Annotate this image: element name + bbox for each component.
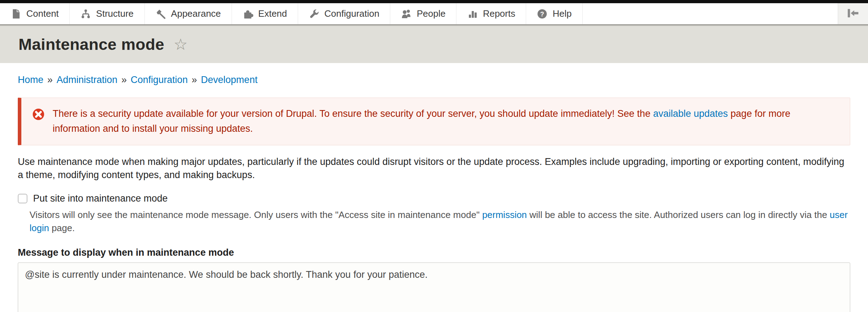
error-message-text: There is a security update available for… bbox=[53, 106, 839, 136]
page-title: Maintenance mode bbox=[18, 35, 164, 54]
toolbar-item-label: Structure bbox=[96, 8, 134, 19]
toolbar-items: ContentStructureAppearanceExtendConfigur… bbox=[0, 3, 583, 24]
maintenance-message-textarea[interactable]: @site is currently under maintenance. We… bbox=[18, 262, 850, 312]
toolbar-collapse-icon bbox=[846, 7, 860, 20]
sitemap-icon bbox=[80, 9, 91, 19]
file-icon bbox=[11, 9, 21, 19]
toolbar-item-label: Configuration bbox=[324, 8, 380, 19]
toolbar-item-label: Content bbox=[26, 8, 59, 19]
maintenance-mode-checkbox-row: Put site into maintenance mode bbox=[18, 193, 850, 204]
maintenance-mode-checkbox[interactable] bbox=[18, 194, 27, 203]
message-field-label: Message to display when in maintenance m… bbox=[18, 247, 850, 258]
breadcrumb-link-configuration[interactable]: Configuration bbox=[131, 74, 188, 85]
error-circle-x-icon bbox=[32, 108, 45, 136]
toolbar-item-content[interactable]: Content bbox=[0, 3, 70, 24]
top-black-bar bbox=[0, 0, 868, 3]
breadcrumb-link-development[interactable]: Development bbox=[201, 74, 258, 85]
breadcrumb-separator: » bbox=[121, 74, 127, 85]
paintbrush-icon bbox=[155, 9, 166, 19]
help-icon: ? bbox=[537, 9, 547, 19]
bar-chart-icon bbox=[467, 9, 478, 19]
people-icon bbox=[401, 9, 412, 19]
permission-link[interactable]: permission bbox=[482, 209, 527, 220]
description-part-3: page. bbox=[49, 223, 75, 233]
description-part-1: Visitors will only see the maintenance m… bbox=[30, 209, 482, 220]
page-header: Maintenance mode ☆ bbox=[0, 26, 868, 63]
breadcrumb-separator: » bbox=[192, 74, 197, 85]
wrench-icon bbox=[309, 9, 319, 19]
maintenance-mode-description: Visitors will only see the maintenance m… bbox=[18, 208, 850, 234]
toolbar-item-people[interactable]: People bbox=[390, 3, 456, 24]
error-message-box: There is a security update available for… bbox=[18, 98, 850, 145]
puzzle-icon bbox=[243, 9, 253, 19]
intro-text: Use maintenance mode when making major u… bbox=[18, 155, 850, 182]
toolbar-item-label: Help bbox=[552, 8, 571, 19]
toolbar-item-help[interactable]: ?Help bbox=[526, 3, 582, 24]
svg-text:?: ? bbox=[540, 10, 544, 17]
toolbar-item-label: Extend bbox=[258, 8, 287, 19]
available-updates-link[interactable]: available updates bbox=[653, 108, 728, 119]
toolbar-item-extend[interactable]: Extend bbox=[232, 3, 298, 24]
toolbar-item-appearance[interactable]: Appearance bbox=[145, 3, 232, 24]
toolbar-item-label: Appearance bbox=[171, 8, 221, 19]
main-content: Home»Administration»Configuration»Develo… bbox=[0, 74, 868, 312]
breadcrumb-separator: » bbox=[47, 74, 53, 85]
toolbar-item-label: People bbox=[417, 8, 445, 19]
toolbar-item-label: Reports bbox=[483, 8, 515, 19]
description-part-2: will be able to access the site. Authori… bbox=[527, 209, 830, 220]
toolbar-collapse-button[interactable] bbox=[838, 3, 868, 24]
breadcrumb: Home»Administration»Configuration»Develo… bbox=[18, 74, 850, 85]
toolbar-item-reports[interactable]: Reports bbox=[456, 3, 526, 24]
admin-toolbar: ContentStructureAppearanceExtendConfigur… bbox=[0, 3, 868, 24]
toolbar-item-configuration[interactable]: Configuration bbox=[298, 3, 391, 24]
breadcrumb-link-home[interactable]: Home bbox=[18, 74, 43, 85]
maintenance-mode-checkbox-label: Put site into maintenance mode bbox=[33, 193, 168, 204]
breadcrumb-link-administration[interactable]: Administration bbox=[57, 74, 117, 85]
star-outline-icon[interactable]: ☆ bbox=[174, 37, 187, 52]
error-text-before: There is a security update available for… bbox=[53, 108, 653, 119]
toolbar-item-structure[interactable]: Structure bbox=[70, 3, 145, 24]
